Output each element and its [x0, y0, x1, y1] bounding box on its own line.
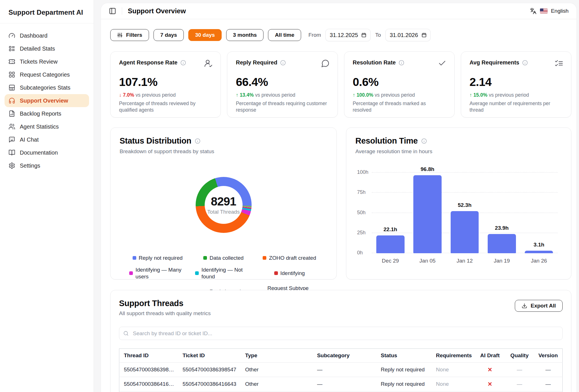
sliders-icon: [117, 32, 123, 38]
us-flag-icon: [540, 8, 548, 14]
layout-list-icon: [8, 45, 15, 52]
search-input[interactable]: [119, 327, 563, 340]
col-version[interactable]: Version: [534, 349, 563, 363]
legend-swatch: [263, 256, 266, 260]
resolution-time-subtitle: Average resolution time in hours: [355, 148, 562, 155]
donut-center: 8291 Total Threads: [205, 186, 243, 224]
kpi-description: Percentage of threads marked as resolved: [353, 100, 446, 113]
legend-item[interactable]: Data collected: [191, 255, 256, 261]
sidebar-item-support-overview[interactable]: Support Overview: [5, 94, 89, 107]
gauge-icon: [8, 32, 15, 39]
range-30-days-button[interactable]: 30 days: [188, 29, 222, 41]
sidebar-item-detailed-stats[interactable]: Detailed Stats: [5, 42, 89, 55]
col-ai-draft[interactable]: AI Draft: [475, 349, 505, 363]
search-box: [119, 327, 563, 340]
legend-item[interactable]: Reply not required: [125, 255, 191, 261]
y-tick: 50h: [357, 210, 366, 216]
legend-item[interactable]: Identifying: [256, 267, 322, 280]
table-row[interactable]: 550547000386398… 550547000386398547 Othe…: [119, 363, 563, 377]
export-all-label: Export All: [531, 303, 556, 309]
users-icon: [8, 123, 15, 130]
sidebar-item-dashboard[interactable]: Dashboard: [5, 29, 89, 42]
sidebar-item-label: Subcategories Stats: [20, 85, 70, 91]
sidebar-item-label: Agent Statistics: [20, 124, 59, 130]
file-chart-icon: [8, 110, 15, 117]
chat-icon: [8, 136, 15, 143]
info-icon[interactable]: [180, 60, 186, 66]
sidebar: Support Department AI Dashboard Detailed…: [0, 0, 94, 392]
range-7-days-button[interactable]: 7 days: [154, 29, 184, 41]
export-all-button[interactable]: Export All: [515, 300, 563, 312]
sidebar-item-label: Request Categories: [20, 72, 70, 78]
col-status[interactable]: Status: [376, 349, 431, 363]
bar-value-label: 96.8h: [421, 166, 435, 172]
y-tick: 75h: [357, 190, 366, 196]
kpi-delta: ↑ 13.4% vs previous period: [236, 92, 329, 98]
sidebar-item-agent-statistics[interactable]: Agent Statistics: [5, 120, 89, 133]
range-all-time-button[interactable]: All time: [268, 29, 301, 41]
support-threads-card: Support Threads All support threads with…: [110, 290, 571, 392]
info-icon[interactable]: [421, 138, 427, 144]
legend-item[interactable]: Identifying — Many users: [125, 267, 191, 280]
table-row[interactable]: 550547000386416… 550547000386416643 Othe…: [119, 377, 563, 391]
info-icon[interactable]: [399, 60, 404, 66]
donut-total-label: Total Threads: [207, 209, 240, 215]
sidebar-item-request-categories[interactable]: Request Categories: [5, 68, 89, 81]
bar-value-label: 23.9h: [495, 225, 509, 231]
kpi-description: Average number of requirements per threa…: [470, 100, 563, 113]
from-date-value: 31.12.2025: [330, 32, 358, 38]
language-selector[interactable]: English: [530, 8, 569, 14]
kpi-delta: ↑ 15.0% vs previous period: [470, 92, 563, 98]
sidebar-toggle-icon[interactable]: [109, 7, 116, 15]
bar-jan-12[interactable]: 52.3h: [451, 211, 479, 253]
table-header-row: Thread ID Ticket ID Type Subcategory Sta…: [119, 349, 563, 363]
col-subcategory[interactable]: Subcategory: [312, 349, 376, 363]
check-icon: [438, 59, 446, 68]
col-type[interactable]: Type: [241, 349, 312, 363]
legend-item[interactable]: Identifying — Not found: [191, 267, 256, 280]
sidebar-item-backlog-reports[interactable]: Backlog Reports: [5, 107, 89, 120]
sidebar-item-documentation[interactable]: Documentation: [5, 146, 89, 159]
to-date-input[interactable]: 31.01.2026: [385, 29, 431, 41]
col-requirements[interactable]: Requirements: [431, 349, 475, 363]
translate-icon: [530, 8, 537, 14]
legend-swatch: [195, 271, 199, 275]
info-icon[interactable]: [195, 138, 200, 144]
headphones-icon: [8, 97, 15, 104]
bar-chart: 0h 25h 50h 75h 100h 22.1h 96.8h 52.3h 23…: [372, 173, 558, 253]
kpi-delta: ↓ 7.0% vs previous period: [119, 92, 212, 98]
bar-jan-05[interactable]: 96.8h: [413, 175, 442, 253]
kpi-title: Resolution Rate: [353, 59, 396, 66]
legend-item[interactable]: ZOHO draft created: [256, 255, 322, 261]
sidebar-item-label: Tickets Review: [20, 59, 58, 65]
info-icon[interactable]: [280, 60, 286, 66]
sidebar-item-label: Dashboard: [20, 33, 47, 39]
charts-row: Status Distribution Breakdown of support…: [110, 127, 571, 280]
from-date-input[interactable]: 31.12.2025: [325, 29, 371, 41]
col-quality[interactable]: Quality: [505, 349, 534, 363]
table-icon: [8, 84, 15, 91]
sidebar-item-tickets-review[interactable]: Tickets Review: [5, 55, 89, 68]
bar-jan-19[interactable]: 23.9h: [488, 234, 516, 253]
range-3-months-button[interactable]: 3 months: [226, 29, 263, 41]
filters-button[interactable]: Filters: [110, 29, 149, 41]
kpi-delta: ↑ 100.0% vs previous period: [353, 92, 446, 98]
sidebar-item-subcategories-stats[interactable]: Subcategories Stats: [5, 81, 89, 94]
bar-jan-26[interactable]: 3.1h: [525, 251, 553, 253]
info-icon[interactable]: [522, 60, 528, 66]
col-ticket-id[interactable]: Ticket ID: [178, 349, 241, 363]
legend-swatch: [129, 271, 133, 275]
calendar-icon: [422, 32, 427, 38]
kpi-title: Reply Required: [236, 59, 277, 66]
filter-row: Filters 7 days 30 days 3 months All time…: [110, 29, 571, 41]
x-icon: ✕: [488, 367, 492, 373]
sidebar-nav: Dashboard Detailed Stats Tickets Review …: [0, 27, 94, 174]
col-thread-id[interactable]: Thread ID: [119, 349, 178, 363]
bar-value-label: 3.1h: [533, 242, 544, 248]
bar-dec-29[interactable]: 22.1h: [376, 235, 405, 253]
kpi-description: Percentage of threads requiring customer…: [236, 100, 329, 113]
support-threads-title: Support Threads: [119, 299, 563, 308]
sidebar-item-settings[interactable]: Settings: [5, 159, 89, 172]
sidebar-item-ai-chat[interactable]: AI Chat: [5, 133, 89, 146]
status-distribution-card: Status Distribution Breakdown of support…: [110, 127, 337, 280]
